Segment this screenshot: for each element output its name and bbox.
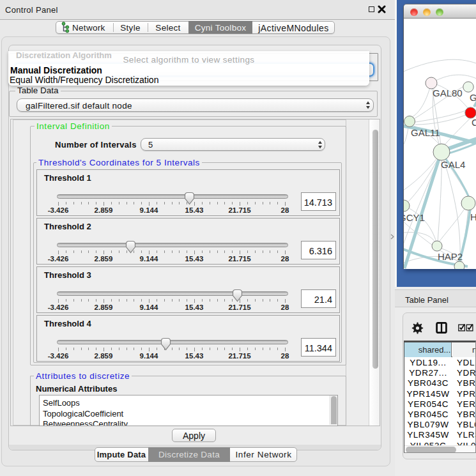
svg-text:GA: GA — [470, 92, 476, 103]
svg-text:H: H — [470, 211, 476, 222]
svg-text:C: C — [472, 117, 476, 128]
svg-text:GAL11: GAL11 — [411, 127, 440, 138]
svg-text:GCY1: GCY1 — [404, 212, 425, 223]
svg-text:GAL4: GAL4 — [441, 159, 465, 170]
svg-text:GAL80: GAL80 — [433, 88, 463, 98]
svg-text:HAP2: HAP2 — [438, 251, 463, 262]
